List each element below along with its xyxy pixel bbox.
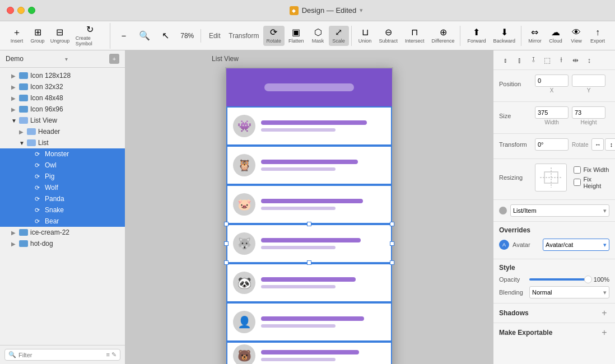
scale-button[interactable]: ⤢ Scale <box>329 26 349 46</box>
resize-handle-tm[interactable] <box>307 222 311 226</box>
transform-button[interactable]: Transform <box>225 30 262 42</box>
close-button[interactable] <box>7 7 14 14</box>
zoom-minus-button[interactable]: － <box>114 29 134 43</box>
flatten-button[interactable]: ▣ Flatten <box>285 26 308 46</box>
symbol-dropdown[interactable]: List/Item ▾ <box>510 204 609 217</box>
resize-handle-br[interactable] <box>390 260 394 265</box>
sidebar-item-hotdog[interactable]: ▶ hot-dog <box>0 238 125 249</box>
list-item-panda[interactable]: 🐼 <box>226 263 392 302</box>
sidebar-item-list[interactable]: ▼ List <box>0 137 125 148</box>
group-button[interactable]: ⊞ Group <box>27 26 48 46</box>
sidebar-item-icecream[interactable]: ▶ ice-cream-22 <box>0 227 125 238</box>
height-input[interactable] <box>572 106 605 119</box>
sidebar-dropdown-arrow[interactable]: ▾ <box>65 56 68 62</box>
add-shadow-button[interactable]: + <box>599 308 609 318</box>
resize-handle-ml[interactable] <box>224 241 229 246</box>
sidebar-item-header[interactable]: ▶ Header <box>0 126 125 137</box>
resize-handle-tl[interactable] <box>224 222 229 226</box>
group-icon: ⊞ <box>34 28 41 37</box>
title-chevron[interactable]: ▾ <box>360 7 363 14</box>
difference-button[interactable]: ⊕ Difference <box>428 26 458 46</box>
opacity-thumb[interactable] <box>584 276 592 283</box>
shadows-header: Shadows + <box>499 308 609 318</box>
primary-line <box>261 160 358 164</box>
position-y-group: Y <box>572 74 605 94</box>
sidebar-add-button[interactable]: + <box>109 54 119 64</box>
intersect-button[interactable]: ⊓ Intersect <box>402 26 428 46</box>
transform-row: Transform Rotate ↔ ↕ Flip <box>499 138 609 151</box>
distribute-v-button[interactable]: ↕ <box>583 54 595 66</box>
list-item-snake[interactable]: 👤 <box>226 302 392 342</box>
width-input[interactable] <box>535 106 569 119</box>
sidebar-item-icon48[interactable]: ▶ Icon 48x48 <box>0 92 125 104</box>
mirror-button[interactable]: ⇔ Mirror <box>525 26 545 46</box>
sidebar-item-monster[interactable]: ⟳ Monster <box>0 148 125 160</box>
resize-handle-mr[interactable] <box>390 241 394 246</box>
add-export-button[interactable]: + <box>599 328 609 338</box>
create-symbol-button[interactable]: ↻ Create Symbol <box>72 23 108 49</box>
doc-icon: ◆ <box>290 6 299 15</box>
edit-icon[interactable]: ✎ <box>111 351 117 358</box>
list-item-owl[interactable]: 🦉 <box>226 146 392 185</box>
align-bottom-button[interactable]: ⫲ <box>555 54 567 66</box>
list-item-wolf[interactable]: 🐺 <box>226 224 392 263</box>
distribute-h-button[interactable]: ⇹ <box>569 54 581 66</box>
resizing-row: Resizing Fix Width Fix Height <box>499 164 609 192</box>
sidebar-item-panda[interactable]: ⟳ Panda <box>0 193 125 204</box>
mask-button[interactable]: ⬡ Mask <box>308 26 328 46</box>
rotate-button[interactable]: ⟳ Rotate <box>263 26 285 46</box>
resize-handle-bm[interactable] <box>307 260 311 265</box>
sidebar-item-icon128[interactable]: ▶ Icon 128x128 <box>0 70 125 81</box>
sidebar-item-wolf[interactable]: ⟳ Wolf <box>0 182 125 193</box>
rotate-input[interactable] <box>535 138 569 151</box>
maximize-button[interactable] <box>28 7 35 14</box>
view-button[interactable]: 👁 View <box>566 26 586 46</box>
cloud-button[interactable]: ☁ Cloud <box>546 26 566 46</box>
flip-buttons: ↔ ↕ <box>591 138 615 151</box>
align-middle-v-button[interactable]: ⬚ <box>541 54 553 66</box>
flip-h-button[interactable]: ↔ <box>591 138 604 151</box>
canvas-area[interactable]: List View 👾 🦉 <box>125 50 493 364</box>
forward-button[interactable]: ⬆ Forward <box>464 26 489 46</box>
backward-button[interactable]: ⬇ Backward <box>490 26 519 46</box>
edit-button[interactable]: Edit <box>204 30 225 42</box>
resize-handle-bl[interactable] <box>224 260 229 265</box>
filter-input[interactable] <box>18 352 104 358</box>
list-item-pig[interactable]: 🐷 <box>226 185 392 224</box>
sidebar-item-snake[interactable]: ⟳ Snake <box>0 204 125 216</box>
sidebar-item-icon96[interactable]: ▶ Icon 96x96 <box>0 104 125 115</box>
resizing-control[interactable] <box>535 164 567 192</box>
align-center-h-button[interactable]: ⫿ <box>513 54 525 66</box>
sidebar-item-icon32[interactable]: ▶ Icon 32x32 <box>0 81 125 92</box>
fix-height-checkbox[interactable] <box>574 179 581 186</box>
union-button[interactable]: ⊔ Union <box>355 26 375 46</box>
position-x-input[interactable] <box>535 74 569 87</box>
zoom-button[interactable]: 🔍 <box>134 29 155 43</box>
subtract-icon: ⊖ <box>385 28 392 37</box>
avatar-override-select[interactable]: Avatar/cat ▾ <box>543 239 609 251</box>
align-left-button[interactable]: ⫾ <box>499 54 511 66</box>
sidebar-item-bear[interactable]: ⟳ Bear <box>0 216 125 227</box>
opacity-slider[interactable] <box>529 278 588 281</box>
blending-select[interactable]: Normal ▾ <box>529 286 609 298</box>
ungroup-button[interactable]: ⊟ Ungroup <box>48 26 72 46</box>
list-item-bear[interactable]: 🐻 <box>226 342 392 364</box>
flip-v-button[interactable]: ↕ <box>605 138 615 151</box>
avatar-wolf: 🐺 <box>233 232 255 255</box>
list-view-icon[interactable]: ≡ <box>106 351 110 358</box>
folder-icon <box>19 229 28 236</box>
minimize-button[interactable] <box>17 7 25 14</box>
fix-width-checkbox[interactable] <box>574 166 581 174</box>
sidebar-item-listview[interactable]: ▼ List View <box>0 115 125 126</box>
position-y-input[interactable] <box>572 74 605 87</box>
subtract-button[interactable]: ⊖ Subtract <box>376 26 402 46</box>
list-item-monster[interactable]: 👾 <box>226 106 392 146</box>
resize-handle-tr[interactable] <box>390 222 394 226</box>
mask-icon: ⬡ <box>314 28 322 37</box>
cursor-button[interactable]: ↖ <box>155 29 175 43</box>
export-button[interactable]: ↑ Export <box>587 26 608 46</box>
sidebar-item-owl[interactable]: ⟳ Owl <box>0 160 125 171</box>
sidebar-item-pig[interactable]: ⟳ Pig <box>0 171 125 182</box>
insert-button[interactable]: ＋ Insert <box>7 26 27 46</box>
align-top-button[interactable]: ⫱ <box>527 54 539 66</box>
